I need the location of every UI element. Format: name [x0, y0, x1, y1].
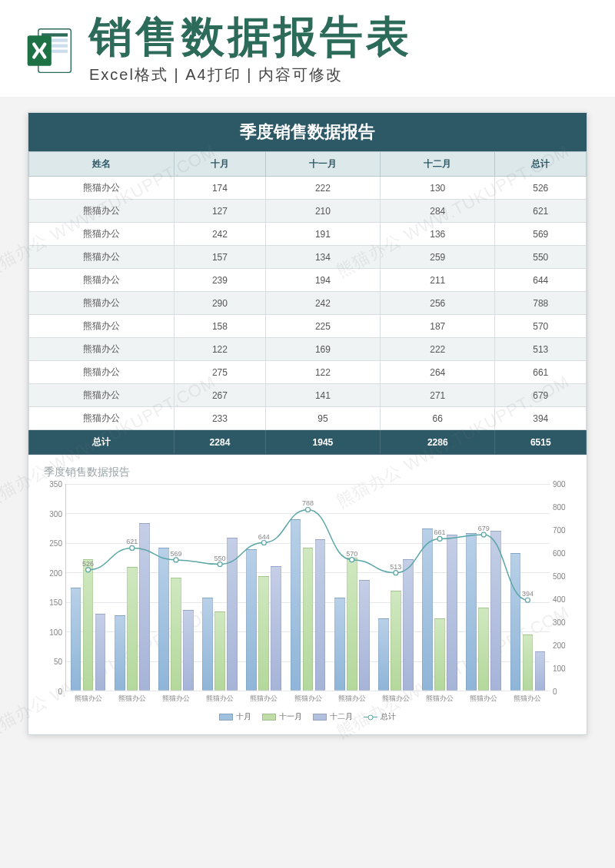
table-cell: 513: [495, 338, 587, 361]
table-cell: 95: [265, 407, 380, 430]
svg-point-6: [86, 568, 91, 572]
table-cell: 621: [495, 200, 587, 223]
table-row: 熊猫办公157134259550: [29, 246, 587, 269]
y-axis-left-tick: 0: [39, 687, 62, 696]
y-axis-left-tick: 200: [39, 568, 62, 577]
table-cell: 熊猫办公: [29, 200, 175, 223]
legend-item: 十月: [219, 711, 251, 722]
footer-cell: 2284: [175, 430, 266, 455]
table-row: 熊猫办公122169222513: [29, 338, 587, 361]
table-cell: 259: [381, 246, 495, 269]
table-cell: 熊猫办公: [29, 361, 175, 384]
table-cell: 275: [175, 361, 266, 384]
table-cell: 222: [381, 338, 495, 361]
chart-container: 季度销售数据报告 熊猫办公熊猫办公熊猫办公熊猫办公熊猫办公熊猫办公熊猫办公熊猫办…: [28, 455, 587, 734]
footer-cell: 总计: [29, 430, 175, 455]
table-row: 熊猫办公242191136569: [29, 223, 587, 246]
line-data-label: 661: [434, 528, 446, 536]
x-axis-label: 熊猫办公: [110, 691, 154, 704]
table-cell: 271: [381, 384, 495, 407]
table-cell: 788: [495, 292, 587, 315]
line-data-label: 569: [170, 550, 181, 558]
svg-point-8: [174, 558, 178, 562]
column-header: 十月: [175, 152, 266, 177]
table-cell: 550: [495, 246, 587, 269]
chart-title: 季度销售数据报告: [39, 462, 576, 484]
legend-item: 总计: [364, 711, 396, 722]
table-cell: 256: [381, 292, 495, 315]
y-axis-left-tick: 350: [39, 480, 62, 489]
footer-cell: 1945: [265, 430, 380, 455]
y-axis-left-tick: 300: [39, 509, 62, 518]
y-axis-left-tick: 250: [39, 539, 62, 548]
y-axis-right-tick: 900: [553, 480, 576, 489]
table-row: 熊猫办公239194211644: [29, 269, 587, 292]
table-cell: 熊猫办公: [29, 177, 175, 200]
line-data-label: 621: [126, 538, 138, 545]
table-row: 熊猫办公2339566394: [29, 407, 587, 430]
table-cell: 158: [175, 315, 266, 338]
table-cell: 187: [381, 315, 495, 338]
line-series: [66, 484, 550, 691]
column-header: 姓名: [29, 152, 175, 177]
table-cell: 290: [175, 292, 266, 315]
table-cell: 661: [495, 361, 587, 384]
main-title: 销售数据报告表: [89, 15, 592, 58]
line-data-label: 570: [346, 550, 357, 558]
y-axis-right-tick: 300: [553, 618, 576, 627]
table-cell: 169: [265, 338, 380, 361]
y-axis-right-tick: 200: [553, 641, 576, 650]
table-cell: 394: [495, 407, 587, 430]
table-cell: 127: [175, 200, 266, 223]
table-cell: 222: [265, 177, 380, 200]
table-cell: 141: [265, 384, 380, 407]
x-axis-label: 熊猫办公: [374, 691, 417, 704]
legend-item: 十二月: [313, 711, 353, 722]
page-header: 销售数据报告表 Excel格式 | A4打印 | 内容可修改: [0, 0, 615, 97]
y-axis-left-tick: 100: [39, 628, 62, 636]
x-axis-label: 熊猫办公: [462, 691, 506, 704]
chart-plot: 熊猫办公熊猫办公熊猫办公熊猫办公熊猫办公熊猫办公熊猫办公熊猫办公熊猫办公熊猫办公…: [65, 484, 550, 691]
table-row: 熊猫办公174222130526: [29, 177, 587, 200]
table-cell: 210: [265, 200, 380, 223]
y-axis-right-tick: 500: [553, 572, 576, 581]
table-cell: 熊猫办公: [29, 384, 175, 407]
column-header: 十一月: [265, 152, 380, 177]
table-row: 熊猫办公290242256788: [29, 292, 587, 315]
table-cell: 242: [265, 292, 380, 315]
table-cell: 267: [175, 384, 266, 407]
table-cell: 熊猫办公: [29, 246, 175, 269]
table-cell: 熊猫办公: [29, 315, 175, 338]
y-axis-right-tick: 600: [553, 549, 576, 558]
svg-point-11: [306, 507, 311, 512]
x-axis-label: 熊猫办公: [330, 691, 374, 704]
table-cell: 194: [265, 269, 380, 292]
x-axis-label: 熊猫办公: [66, 691, 110, 704]
data-table: 姓名十月十一月十二月总计 熊猫办公174222130526熊猫办公1272102…: [28, 151, 587, 455]
spreadsheet-preview: 季度销售数据报告 姓名十月十一月十二月总计 熊猫办公174222130526熊猫…: [28, 112, 587, 735]
table-cell: 284: [381, 200, 495, 223]
table-cell: 122: [175, 338, 266, 361]
x-axis-label: 熊猫办公: [198, 691, 242, 704]
table-cell: 526: [495, 177, 587, 200]
table-cell: 熊猫办公: [29, 223, 175, 246]
x-axis-label: 熊猫办公: [154, 691, 198, 704]
y-axis-left-tick: 150: [39, 598, 62, 607]
excel-icon: [23, 25, 75, 77]
table-row: 熊猫办公267141271679: [29, 384, 587, 407]
y-axis-left-tick: 50: [39, 658, 62, 666]
table-cell: 264: [381, 361, 495, 384]
table-row: 熊猫办公158225187570: [29, 315, 587, 338]
svg-point-10: [261, 541, 266, 545]
legend-item: 十一月: [262, 711, 302, 722]
line-data-label: 679: [478, 525, 490, 532]
svg-point-13: [394, 571, 398, 575]
table-cell: 157: [175, 246, 266, 269]
footer-cell: 2286: [381, 430, 495, 455]
table-cell: 679: [495, 384, 587, 407]
table-cell: 66: [381, 407, 495, 430]
svg-point-16: [525, 598, 530, 602]
table-cell: 242: [175, 223, 266, 246]
table-cell: 644: [495, 269, 587, 292]
table-cell: 233: [175, 407, 266, 430]
